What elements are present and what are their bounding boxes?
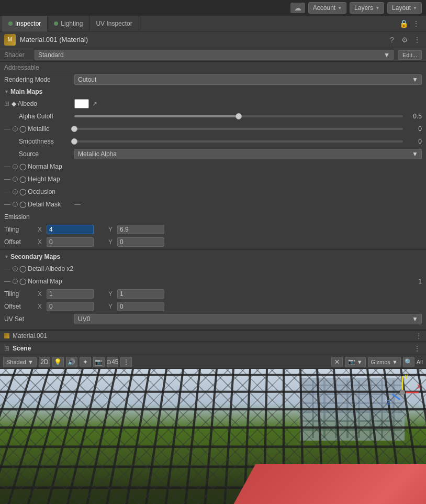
sec-offset-x-axis: X — [38, 303, 45, 310]
camera-mode-dropdown[interactable]: 📷 ▼ — [345, 357, 366, 367]
detail-mask-row: — ○ ◯ Detail Mask — — [0, 198, 426, 211]
sec-offset-y-input[interactable] — [117, 302, 164, 311]
source-row: Source Metallic Alpha ▼ — [0, 148, 426, 160]
metallic-row: — ○ ◯ Metallic 0 — [0, 123, 426, 135]
alpha-cutoff-value-area: 0.5 — [74, 113, 422, 120]
gizmo-overlay: Y X Z — [384, 374, 421, 411]
light-icon-btn[interactable]: 💡 — [52, 357, 64, 367]
smoothness-row: Smoothness 0 — [0, 135, 426, 148]
shader-dropdown[interactable]: Standard ▼ — [35, 50, 394, 60]
tab-inspector[interactable]: Inspector — [2, 16, 48, 31]
height-circle-icon: ○ — [13, 177, 18, 182]
smoothness-slider[interactable] — [74, 138, 403, 145]
gizmo-center — [400, 390, 405, 395]
sec-tiling-x-axis: X — [38, 290, 45, 298]
camera-icon-btn[interactable]: 📷 — [93, 357, 105, 367]
more-options-icon[interactable]: ⋮ — [411, 19, 421, 28]
grid-options-btn[interactable]: ⋮ — [120, 357, 132, 367]
detail-albedo-dash-icon: — — [4, 265, 10, 272]
metallic-circle-icon: ○ — [13, 126, 18, 132]
tabs-bar: Inspector Lighting UV Inspector 🔒 ⋮ — [0, 16, 426, 31]
source-dropdown[interactable]: Metallic Alpha ▼ — [74, 149, 422, 159]
account-label: Account — [313, 4, 335, 12]
audio-icon-btn[interactable]: 🔊 — [66, 357, 77, 367]
scene-viewport: Y X Z Persp — [0, 369, 426, 504]
sec-offset-y-field: Y — [108, 302, 164, 311]
offset-y-input[interactable] — [117, 237, 164, 247]
detail-mask-label: ◯ Detail Mask — [19, 201, 61, 208]
more-icon[interactable]: ⋮ — [412, 35, 422, 45]
offset-x-input[interactable] — [47, 237, 94, 247]
lighting-dot-icon — [54, 21, 58, 26]
tiling-y-input[interactable] — [117, 225, 164, 234]
offset-label: Offset — [4, 238, 36, 246]
height-dash-icon: — — [4, 176, 10, 183]
cloud-icon[interactable]: ☁ — [290, 3, 305, 13]
lighting-tab-label: Lighting — [61, 20, 83, 27]
material-bottom-label: Material.001 — [13, 332, 47, 339]
angle-value: 45 — [111, 358, 118, 366]
sec-offset-x-input[interactable] — [47, 302, 94, 311]
shader-label: Shader — [4, 51, 30, 59]
layout-dropdown[interactable]: Layout ▼ — [387, 2, 422, 14]
account-dropdown[interactable]: Account ▼ — [308, 2, 346, 14]
tiling-x-input[interactable] — [47, 225, 94, 234]
emission-label: Emission — [4, 213, 72, 221]
gizmo-z-axis — [392, 393, 400, 400]
secondary-offset-label: Offset — [4, 303, 36, 310]
layers-dropdown[interactable]: Layers ▼ — [350, 2, 384, 14]
source-label: Source — [4, 150, 72, 158]
layout-caret-icon: ▼ — [413, 6, 417, 10]
offset-row: Offset X Y — [0, 236, 426, 248]
camera-icon-small: 📷 — [348, 358, 355, 365]
sec-tiling-x-input[interactable] — [47, 289, 94, 299]
tabs-end-icons: 🔒 ⋮ — [399, 19, 424, 28]
effects-icon-btn[interactable]: ✦ — [80, 357, 91, 367]
tiling-x-axis: X — [38, 226, 45, 233]
secondary-maps-expand-icon[interactable]: ▼ — [4, 254, 9, 259]
secondary-tiling-row: Tiling X Y — [0, 288, 426, 300]
uv-set-row: UV Set UV0 ▼ — [0, 313, 426, 325]
lock-icon[interactable]: 🔒 — [399, 19, 408, 28]
main-maps-label: Main Maps — [10, 88, 42, 95]
secondary-normal-label: ◯ Normal Map — [19, 278, 62, 285]
metallic-slider[interactable] — [74, 125, 403, 133]
help-icon[interactable]: ? — [387, 35, 397, 45]
gizmo-y-axis — [402, 376, 403, 390]
tiling-label: Tiling — [4, 226, 36, 233]
angle-btn[interactable]: ⊙ 45 — [107, 357, 118, 367]
2d-toggle[interactable]: 2D — [39, 357, 50, 367]
alpha-cutoff-slider[interactable] — [74, 113, 403, 120]
gizmo-x-axis — [406, 392, 419, 393]
search-icon-btn[interactable]: 🔍 — [403, 357, 414, 367]
uv-set-dropdown[interactable]: UV0 ▼ — [74, 314, 422, 324]
albedo-eye-icon[interactable]: ↗ — [92, 100, 97, 107]
albedo-color-swatch[interactable] — [74, 99, 89, 108]
tab-lighting[interactable]: Lighting — [48, 16, 89, 31]
material-kebab-icon[interactable]: ⋮ — [416, 332, 422, 339]
detail-mask-value-area: — — [74, 201, 422, 208]
scene-more-icon[interactable]: ⋮ — [412, 344, 422, 353]
shader-edit-button[interactable]: Edit... — [398, 50, 422, 60]
scene-toolbar: Shaded ▼ 2D 💡 🔊 ✦ 📷 ⊙ 45 ⋮ ✕ 📷 ▼ Gizmos … — [0, 355, 426, 369]
angle-icon: ⊙ — [106, 358, 111, 366]
header-icons: ? ⚙ ⋮ — [387, 35, 422, 45]
offset-x-axis: X — [38, 238, 45, 246]
settings-icon[interactable]: ⚙ — [400, 35, 409, 45]
main-maps-expand-icon[interactable]: ▼ — [4, 89, 9, 94]
rendering-mode-dropdown[interactable]: Cutout ▼ — [74, 74, 422, 85]
sec-tiling-x-field: X — [38, 289, 94, 299]
scene-grid-icon: ⊞ — [4, 345, 9, 352]
sec-offset-y-axis: Y — [108, 303, 116, 310]
sec-tiling-y-input[interactable] — [117, 289, 164, 299]
uv-set-value-area: UV0 ▼ — [74, 314, 422, 324]
tab-uv-inspector[interactable]: UV Inspector — [89, 16, 139, 31]
occlusion-dash-icon: — — [4, 188, 10, 195]
shading-mode-dropdown[interactable]: Shaded ▼ — [3, 357, 37, 367]
inspector-tab-label: Inspector — [15, 20, 41, 27]
uv-set-caret-icon: ▼ — [412, 315, 418, 323]
albedo-value-area: ↗ — [74, 99, 422, 108]
sec-offset-x-field: X — [38, 302, 94, 311]
gizmos-dropdown[interactable]: Gizmos ▼ — [368, 357, 401, 367]
transform-icon-btn[interactable]: ✕ — [331, 357, 343, 367]
